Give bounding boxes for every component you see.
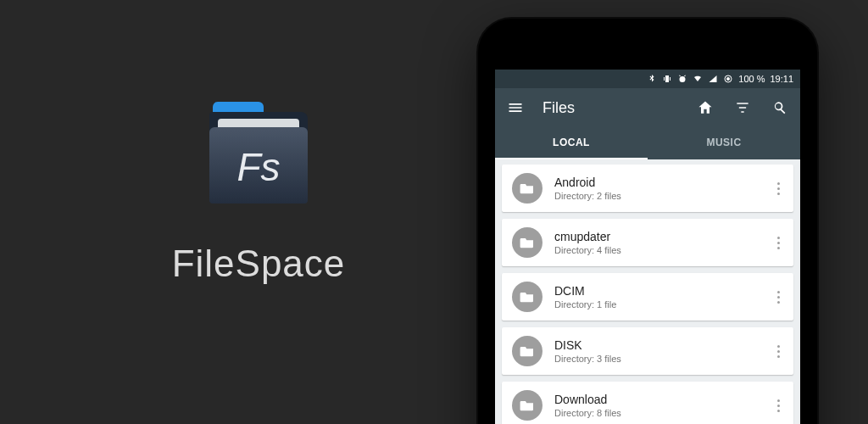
more-icon[interactable] [768, 291, 788, 304]
more-icon[interactable] [768, 182, 788, 195]
filter-icon[interactable] [732, 98, 753, 118]
list-item[interactable]: Download Directory: 8 files [502, 382, 793, 424]
app-bar-title: Files [542, 99, 678, 117]
item-name: Download [554, 393, 756, 406]
promo-block: Fs FileSpace [148, 102, 369, 285]
tabs: LOCAL MUSIC [495, 127, 800, 159]
app-logo: Fs [204, 102, 313, 210]
file-list[interactable]: Android Directory: 2 files cmupdater Dir… [495, 159, 800, 424]
list-item[interactable]: DISK Directory: 3 files [502, 327, 793, 375]
vibrate-icon [662, 74, 672, 84]
item-subtitle: Directory: 2 files [554, 191, 756, 201]
item-name: Android [554, 176, 756, 189]
folder-icon [512, 390, 542, 421]
list-item[interactable]: Android Directory: 2 files [502, 165, 793, 212]
folder-icon [512, 227, 542, 258]
item-name: cmupdater [554, 230, 756, 243]
app-bar: Files LOCAL MUSIC [495, 88, 800, 159]
signal-icon [708, 74, 718, 84]
list-item[interactable]: DCIM Directory: 1 file [502, 273, 793, 321]
home-icon[interactable] [695, 98, 715, 118]
app-wordmark: FileSpace [148, 243, 369, 285]
list-item[interactable]: cmupdater Directory: 4 files [502, 219, 793, 266]
item-subtitle: Directory: 4 files [554, 245, 756, 255]
battery-icon [723, 74, 733, 84]
item-subtitle: Directory: 3 files [554, 354, 756, 364]
bluetooth-icon [647, 74, 657, 84]
logo-text: Fs [236, 144, 280, 190]
wifi-icon [693, 74, 703, 84]
status-bar: 100 % 19:11 [495, 70, 800, 88]
item-subtitle: Directory: 1 file [554, 299, 756, 310]
more-icon[interactable] [768, 237, 788, 249]
hamburger-icon[interactable] [505, 98, 526, 118]
tab-music[interactable]: MUSIC [648, 127, 800, 159]
folder-icon [512, 173, 542, 204]
item-name: DISK [554, 338, 756, 352]
svg-point-1 [726, 77, 730, 81]
battery-percent: 100 % [738, 74, 765, 84]
clock: 19:11 [770, 74, 793, 84]
device-frame: 100 % 19:11 Files [478, 19, 817, 424]
more-icon[interactable] [768, 399, 788, 412]
more-icon[interactable] [768, 345, 788, 358]
item-name: DCIM [554, 284, 756, 298]
screen: 100 % 19:11 Files [495, 70, 800, 424]
item-subtitle: Directory: 8 files [554, 408, 756, 418]
folder-icon [512, 336, 542, 366]
search-icon[interactable] [770, 98, 790, 118]
alarm-icon [677, 74, 687, 84]
folder-icon [512, 282, 542, 312]
tab-local[interactable]: LOCAL [495, 127, 648, 159]
